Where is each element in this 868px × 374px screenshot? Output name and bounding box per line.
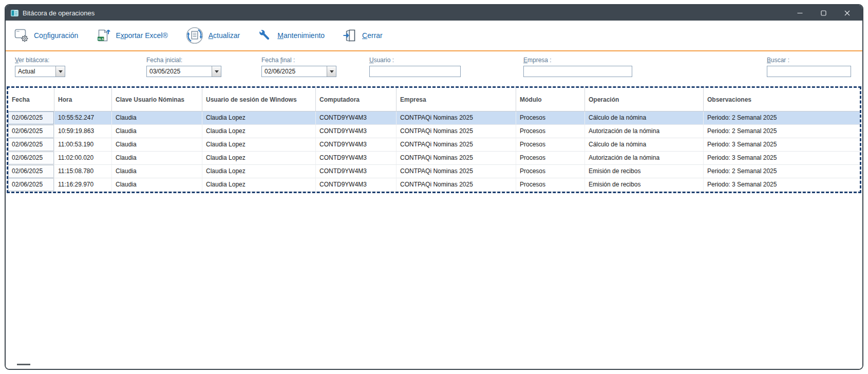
cell-empresa[interactable]: CONTPAQi Nominas 2025 xyxy=(397,165,516,178)
cell-computadora[interactable]: CONTD9YW4M3 xyxy=(316,165,397,178)
cell-operacion[interactable]: Emisión de recibos xyxy=(585,165,704,178)
maximize-button[interactable] xyxy=(815,6,832,20)
cell-clave[interactable]: Claudia xyxy=(112,111,202,124)
cell-computadora[interactable]: CONTD9YW4M3 xyxy=(316,152,397,164)
fecha-inicial-datepicker[interactable]: 03/05/2025 xyxy=(146,66,221,77)
svg-text:XLS: XLS xyxy=(98,38,104,41)
toolbar-button-configuracion[interactable]: Configuración xyxy=(14,28,78,43)
chevron-down-icon[interactable] xyxy=(55,66,65,77)
cell-computadora[interactable]: CONTD9YW4M3 xyxy=(316,178,397,191)
cell-usuario_windows[interactable]: Claudia Lopez xyxy=(202,152,316,164)
column-header-usuario-windows[interactable]: Usuario de sesión de Windows xyxy=(202,88,316,111)
cell-clave[interactable]: Claudia xyxy=(112,125,202,138)
table-row[interactable]: 02/06/202511:00:53.190ClaudiaClaudia Lop… xyxy=(8,138,860,152)
toolbar-button-mantenimiento[interactable]: Mantenimiento xyxy=(257,28,325,43)
exit-door-icon xyxy=(342,28,357,43)
cell-fecha[interactable]: 02/06/2025 xyxy=(8,165,54,178)
toolbar-label-exportar-excel: Exportar Excel® xyxy=(116,31,167,40)
chevron-down-icon[interactable] xyxy=(327,66,336,77)
table-row[interactable]: 02/06/202511:15:08.780ClaudiaClaudia Lop… xyxy=(8,165,860,178)
table-row[interactable]: 02/06/202510:55:52.247ClaudiaClaudia Lop… xyxy=(8,111,860,125)
cell-hora[interactable]: 11:02:00.020 xyxy=(54,152,112,164)
cell-empresa[interactable]: CONTPAQi Nominas 2025 xyxy=(397,125,516,138)
column-header-clave-usuario[interactable]: Clave Usuario Nóminas xyxy=(112,88,202,111)
ver-bitacora-label: Ver bitácora: xyxy=(15,57,65,64)
cell-empresa[interactable]: CONTPAQi Nominas 2025 xyxy=(397,178,516,191)
wrench-icon xyxy=(257,28,273,43)
cell-operacion[interactable]: Autorización de la nómina xyxy=(585,125,704,138)
cell-modulo[interactable]: Procesos xyxy=(516,152,585,164)
toolbar-button-actualizar[interactable]: Actualizar xyxy=(185,26,240,45)
cell-observaciones[interactable]: Periodo: 3 Semanal 2025 xyxy=(704,152,860,164)
cell-operacion[interactable]: Autorización de la nómina xyxy=(585,152,704,164)
column-header-hora[interactable]: Hora xyxy=(54,88,112,111)
maximize-icon xyxy=(821,10,826,16)
cell-clave[interactable]: Claudia xyxy=(112,178,202,191)
cell-empresa[interactable]: CONTPAQi Nominas 2025 xyxy=(397,111,516,124)
cell-fecha[interactable]: 02/06/2025 xyxy=(8,111,54,124)
cell-computadora[interactable]: CONTD9YW4M3 xyxy=(316,138,397,151)
minimize-button[interactable] xyxy=(791,6,808,20)
toolbar-button-cerrar[interactable]: Cerrar xyxy=(342,28,383,43)
cell-operacion[interactable]: Cálculo de la nómina xyxy=(585,138,704,151)
column-header-modulo[interactable]: Módulo xyxy=(516,88,585,111)
cell-fecha[interactable]: 02/06/2025 xyxy=(8,152,54,164)
cell-modulo[interactable]: Procesos xyxy=(516,138,585,151)
cell-usuario_windows[interactable]: Claudia Lopez xyxy=(202,178,316,191)
cell-usuario_windows[interactable]: Claudia Lopez xyxy=(202,138,316,151)
grid-area: Fecha Hora Clave Usuario Nóminas Usuario… xyxy=(6,83,862,360)
cell-fecha[interactable]: 02/06/2025 xyxy=(8,178,54,191)
table-body: 02/06/202510:55:52.247ClaudiaClaudia Lop… xyxy=(8,111,860,192)
cell-clave[interactable]: Claudia xyxy=(112,165,202,178)
cell-usuario_windows[interactable]: Claudia Lopez xyxy=(202,165,316,178)
usuario-input[interactable] xyxy=(369,66,461,77)
cell-operacion[interactable]: Cálculo de la nómina xyxy=(585,111,704,124)
cell-observaciones[interactable]: Periodo: 2 Semanal 2025 xyxy=(704,165,860,178)
cell-clave[interactable]: Claudia xyxy=(112,152,202,164)
table-row[interactable]: 02/06/202510:59:19.863ClaudiaClaudia Lop… xyxy=(8,125,860,138)
cell-usuario_windows[interactable]: Claudia Lopez xyxy=(202,111,316,124)
scrollbar-thumb[interactable] xyxy=(17,364,30,365)
column-header-observaciones[interactable]: Observaciones xyxy=(704,88,860,111)
column-header-operacion[interactable]: Operación xyxy=(585,88,704,111)
cell-hora[interactable]: 10:59:19.863 xyxy=(54,125,112,138)
table-row[interactable]: 02/06/202511:16:29.970ClaudiaClaudia Lop… xyxy=(8,178,860,192)
cell-modulo[interactable]: Procesos xyxy=(516,111,585,124)
cell-usuario_windows[interactable]: Claudia Lopez xyxy=(202,125,316,138)
cell-modulo[interactable]: Procesos xyxy=(516,178,585,191)
cell-hora[interactable]: 11:15:08.780 xyxy=(54,165,112,178)
buscar-input[interactable] xyxy=(767,66,851,77)
cell-observaciones[interactable]: Periodo: 3 Semanal 2025 xyxy=(704,138,860,151)
horizontal-scrollbar[interactable] xyxy=(6,360,862,369)
cell-computadora[interactable]: CONTD9YW4M3 xyxy=(316,111,397,124)
cell-modulo[interactable]: Procesos xyxy=(516,165,585,178)
cell-observaciones[interactable]: Periodo: 2 Semanal 2025 xyxy=(704,111,860,124)
cell-operacion[interactable]: Emisión de recibos xyxy=(585,178,704,191)
cell-empresa[interactable]: CONTPAQi Nominas 2025 xyxy=(397,138,516,151)
cell-observaciones[interactable]: Periodo: 2 Semanal 2025 xyxy=(704,125,860,138)
empresa-input[interactable] xyxy=(523,66,632,77)
cell-empresa[interactable]: CONTPAQi Nominas 2025 xyxy=(397,152,516,164)
cell-hora[interactable]: 10:55:52.247 xyxy=(54,111,112,124)
column-header-fecha[interactable]: Fecha xyxy=(8,88,54,111)
fecha-final-value: 02/06/2025 xyxy=(262,66,327,77)
cell-observaciones[interactable]: Periodo: 3 Semanal 2025 xyxy=(704,178,860,191)
ver-bitacora-combobox[interactable]: Actual xyxy=(15,66,65,77)
cell-fecha[interactable]: 02/06/2025 xyxy=(8,138,54,151)
cell-hora[interactable]: 11:00:53.190 xyxy=(54,138,112,151)
column-header-empresa[interactable]: Empresa xyxy=(397,88,516,111)
toolbar-label-configuracion: Configuración xyxy=(34,31,78,40)
chevron-down-icon[interactable] xyxy=(212,66,221,77)
table-row[interactable]: 02/06/202511:02:00.020ClaudiaClaudia Lop… xyxy=(8,152,860,165)
toolbar-button-exportar-excel[interactable]: XLS Exportar Excel® xyxy=(96,28,167,43)
cell-computadora[interactable]: CONTD9YW4M3 xyxy=(316,125,397,138)
fecha-final-datepicker[interactable]: 02/06/2025 xyxy=(261,66,336,77)
titlebar[interactable]: Bitácora de operaciones xyxy=(6,5,862,21)
cell-hora[interactable]: 11:16:29.970 xyxy=(54,178,112,191)
close-button[interactable] xyxy=(839,6,855,20)
column-header-computadora[interactable]: Computadora xyxy=(316,88,397,111)
cell-fecha[interactable]: 02/06/2025 xyxy=(8,125,54,138)
cell-modulo[interactable]: Procesos xyxy=(516,125,585,138)
export-excel-icon: XLS xyxy=(96,28,111,43)
cell-clave[interactable]: Claudia xyxy=(112,138,202,151)
